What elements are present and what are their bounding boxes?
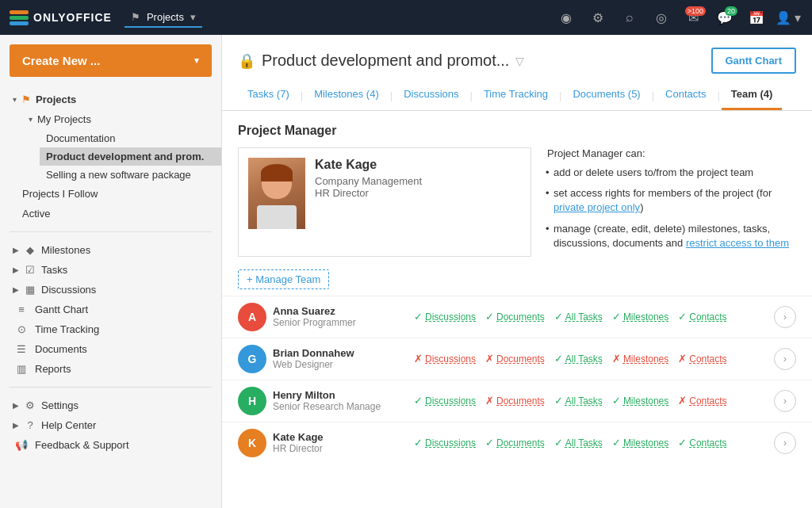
subproject-product-dev[interactable]: Product development and prom. [40, 147, 221, 166]
team-row: A Anna Suarez Senior Programmer ✓ Discus… [222, 296, 812, 338]
check-icon: ✓ [612, 395, 621, 407]
pm-rights-title: Project Manager can: [547, 147, 796, 159]
cross-icon: ✗ [678, 395, 687, 407]
check-icon: ✓ [554, 437, 563, 449]
logo-text: ONLYOFFICE [33, 11, 112, 24]
tab-contacts[interactable]: Contacts [656, 80, 715, 110]
user-menu-icon[interactable]: 👤 ▾ [774, 3, 802, 32]
subproject-selling[interactable]: Selling a new software package [40, 166, 221, 184]
perm-kate-discussions: ✓ Discussions [414, 437, 476, 449]
perm-kate-documents: ✓ Documents [485, 437, 545, 449]
cross-icon: ✗ [485, 395, 494, 407]
member-action-brian[interactable]: › [774, 348, 796, 370]
member-perms-henry: ✓ Discussions ✗ Documents ✓ All Tasks ✓ … [414, 395, 768, 407]
member-avatar-anna: A [238, 303, 266, 331]
team-list: A Anna Suarez Senior Programmer ✓ Discus… [222, 296, 812, 464]
team-row: H Henry Milton Senior Research Manage ✓ … [222, 380, 812, 422]
member-action-kate[interactable]: › [774, 432, 796, 454]
pm-rights: Project Manager can: add or delete users… [547, 147, 796, 257]
member-perms-brian: ✗ Discussions ✗ Documents ✓ All Tasks ✗ … [414, 353, 768, 365]
check-icon: ✓ [485, 311, 494, 323]
calendar-icon[interactable]: 📅 [742, 3, 771, 32]
cross-icon: ✗ [485, 353, 494, 365]
main-layout: Create New ... ▾ ▾ ⚑ Projects ▾ My Proje… [0, 35, 812, 508]
projects-nav[interactable]: ⚑ Projects ▾ [124, 8, 202, 28]
check-icon: ✓ [485, 437, 494, 449]
restrict-access-link[interactable]: restrict access to them [686, 237, 789, 249]
gantt-icon: ≡ [13, 304, 30, 315]
chat-icon[interactable]: 💬 20 [710, 3, 739, 32]
sidebar-item-gantt[interactable]: ≡ Gantt Chart [0, 300, 221, 319]
sidebar-item-projects-i-follow[interactable]: Projects I Follow [16, 184, 221, 204]
perm-kate-tasks: ✓ All Tasks [554, 437, 603, 449]
tasks-icon: ☑ [24, 264, 36, 276]
member-name-anna: Anna Suarez [273, 305, 408, 317]
sidebar-item-projects[interactable]: ▾ ⚑ Projects [0, 90, 221, 109]
mail-icon[interactable]: ✉ >100 [679, 3, 707, 32]
page-title: Product development and promot... [262, 52, 509, 70]
reports-icon: ▥ [13, 363, 30, 375]
milestones-label: Milestones [41, 244, 90, 256]
check-icon: ✓ [414, 311, 423, 323]
tab-milestones[interactable]: Milestones (4) [304, 80, 389, 110]
nav-section: ▶ ◆ Milestones ▶ ☑ Tasks ▶ ▦ Discussions… [0, 237, 221, 382]
person-circle-icon[interactable]: ◉ [552, 3, 580, 32]
sidebar-item-help[interactable]: ▶ ? Help Center [0, 415, 221, 435]
sidebar-item-milestones[interactable]: ▶ ◆ Milestones [0, 240, 221, 260]
check-icon: ✓ [554, 353, 563, 365]
member-action-anna[interactable]: › [774, 306, 796, 328]
pm-role: HR Director [315, 187, 422, 199]
topnav-icons: ◉ ⚙ ⌕ ◎ ✉ >100 💬 20 📅 👤 ▾ [552, 3, 802, 32]
private-project-link[interactable]: private project only [553, 201, 640, 213]
pm-card: Kate Kage Company Management HR Director [238, 147, 531, 257]
member-info-kate: Kate Kage HR Director [273, 431, 408, 454]
create-new-button[interactable]: Create New ... ▾ [10, 44, 212, 77]
pm-avatar [248, 158, 305, 229]
team-row: G Brian Donnahew Web Designer ✗ Discussi… [222, 338, 812, 380]
sidebar-item-active[interactable]: Active [16, 204, 221, 223]
sidebar-item-discussions[interactable]: ▶ ▦ Discussions [0, 280, 221, 300]
tab-divider-4: | [557, 90, 563, 101]
member-name-brian: Brian Donnahew [273, 347, 408, 359]
tab-team[interactable]: Team (4) [722, 80, 783, 110]
search-icon[interactable]: ⌕ [615, 3, 644, 32]
tab-documents[interactable]: Documents (5) [563, 80, 649, 110]
tab-tasks[interactable]: Tasks (7) [238, 80, 299, 110]
sidebar-item-my-projects[interactable]: ▾ My Projects [16, 109, 221, 129]
member-action-henry[interactable]: › [774, 390, 796, 412]
sidebar-item-tasks[interactable]: ▶ ☑ Tasks [0, 260, 221, 280]
subproject-documentation[interactable]: Documentation [40, 129, 221, 147]
project-info-icon[interactable]: ▽ [515, 55, 524, 67]
sidebar-item-documents[interactable]: ☰ Documents [0, 339, 221, 359]
tab-discussions[interactable]: Discussions [394, 80, 468, 110]
projects-label: Projects [147, 11, 184, 23]
manage-team-section: + Manage Team [222, 269, 812, 296]
logo: ONLYOFFICE [10, 10, 112, 25]
member-avatar-brian: G [238, 345, 266, 373]
perm-anna-discussions: ✓ Discussions [414, 311, 476, 323]
perm-anna-documents: ✓ Documents [485, 311, 545, 323]
discussions-expand-icon: ▶ [13, 285, 19, 294]
tab-time-tracking[interactable]: Time Tracking [474, 80, 557, 110]
member-role-kate: HR Director [273, 443, 408, 454]
gear-icon[interactable]: ⚙ [584, 3, 612, 32]
feedback-icon: 📢 [13, 439, 30, 451]
sidebar-item-settings[interactable]: ▶ ⚙ Settings [0, 395, 221, 415]
gantt-chart-button[interactable]: Gantt Chart [711, 48, 797, 74]
tasks-expand-icon: ▶ [13, 265, 19, 274]
cross-icon: ✗ [678, 353, 687, 365]
perm-henry-contacts: ✗ Contacts [678, 395, 726, 407]
speedometer-icon[interactable]: ◎ [647, 3, 676, 32]
member-info-brian: Brian Donnahew Web Designer [273, 347, 408, 370]
sidebar-item-feedback[interactable]: 📢 Feedback & Support [0, 435, 221, 455]
check-icon: ✓ [554, 311, 563, 323]
sidebar-item-reports[interactable]: ▥ Reports [0, 359, 221, 379]
perm-henry-tasks: ✓ All Tasks [554, 395, 603, 407]
tasks-label: Tasks [41, 264, 67, 276]
perm-anna-contacts: ✓ Contacts [678, 311, 726, 323]
pm-right-1: add or delete users to/from the project … [547, 166, 796, 180]
sidebar-item-time-tracking[interactable]: ⊙ Time Tracking [0, 319, 221, 339]
manage-team-button[interactable]: + Manage Team [238, 269, 329, 289]
milestones-icon: ◆ [24, 244, 36, 256]
check-icon: ✓ [414, 437, 423, 449]
